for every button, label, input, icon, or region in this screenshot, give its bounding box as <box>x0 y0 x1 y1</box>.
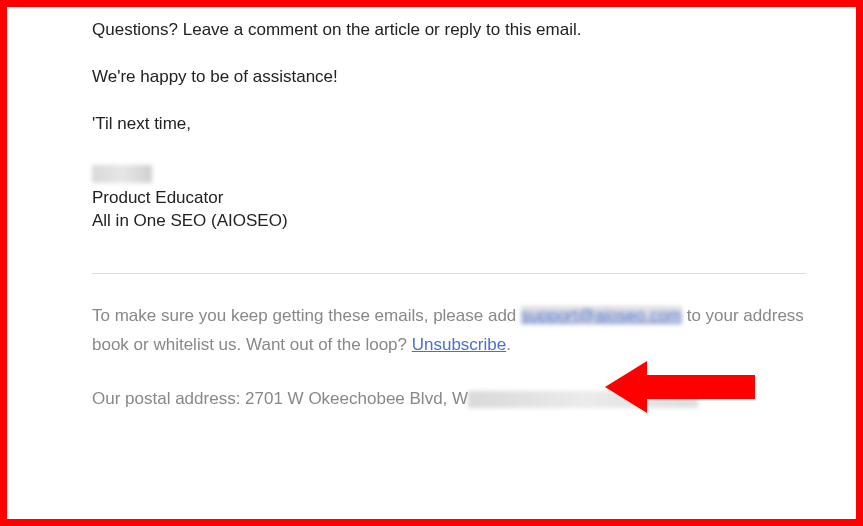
postal-prefix: Our postal address: 2701 W Okeechobee Bl… <box>92 389 468 408</box>
body-paragraph-1: Questions? Leave a comment on the articl… <box>92 19 806 42</box>
footer-text-pre: To make sure you keep getting these emai… <box>92 306 521 325</box>
footer-divider <box>92 273 806 274</box>
email-footer: To make sure you keep getting these emai… <box>92 302 806 415</box>
email-content: Questions? Leave a comment on the articl… <box>92 19 806 414</box>
support-email-redacted: support@aioseo.com <box>521 306 682 325</box>
body-paragraph-3: 'Til next time, <box>92 113 806 136</box>
sender-company: All in One SEO (AIOSEO) <box>92 210 806 233</box>
sender-name-redacted <box>92 165 152 183</box>
screenshot-frame: Questions? Leave a comment on the articl… <box>0 0 863 526</box>
postal-address-line: Our postal address: 2701 W Okeechobee Bl… <box>92 385 806 414</box>
postal-address-redacted <box>468 391 698 408</box>
footer-period: . <box>506 335 511 354</box>
unsubscribe-link[interactable]: Unsubscribe <box>412 335 507 354</box>
sender-title: Product Educator <box>92 187 806 210</box>
support-email-link[interactable]: support@aioseo.com <box>521 306 682 325</box>
body-paragraph-2: We're happy to be of assistance! <box>92 66 806 89</box>
signature-block: Product Educator All in One SEO (AIOSEO) <box>92 164 806 233</box>
